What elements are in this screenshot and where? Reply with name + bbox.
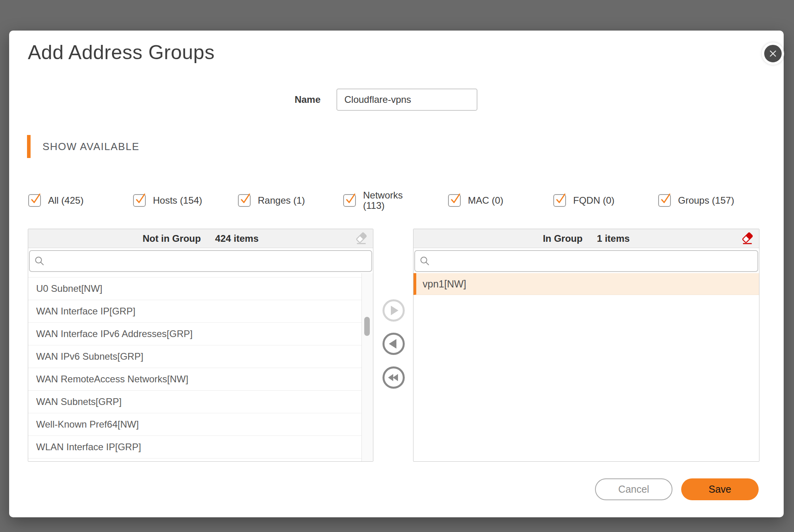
filter-label: Networks (113) — [363, 190, 411, 211]
in-group-search — [414, 250, 758, 272]
dialog-title: Add Address Groups — [28, 41, 214, 64]
search-input[interactable] — [414, 250, 758, 272]
list-item[interactable]: U0 Subnet[NW] — [28, 278, 362, 300]
name-label: Name — [247, 94, 321, 105]
filter-label: All (425) — [48, 195, 83, 206]
list-item[interactable]: WAN Interface IP[GRP] — [28, 300, 362, 323]
checkmark-icon — [133, 192, 147, 206]
name-field-row: Name — [247, 89, 477, 111]
selected-list-item[interactable]: vpn1[NW] — [413, 273, 759, 295]
checkbox[interactable] — [553, 194, 566, 207]
in-group-panel: In Group 1 items vpn1[ — [413, 229, 759, 462]
filter-checkbox-item[interactable]: FQDN (0) — [553, 187, 614, 214]
move-to-group-button[interactable] — [383, 299, 405, 322]
checkmark-icon — [344, 192, 357, 206]
remove-all-from-group-button[interactable] — [383, 366, 405, 389]
panel-title: In Group — [543, 233, 583, 244]
add-address-groups-dialog: Add Address Groups Name SHOW AVAILABLE A… — [9, 31, 784, 517]
scrollbar-track[interactable] — [361, 273, 373, 461]
filter-label: MAC (0) — [468, 195, 503, 206]
search-icon — [419, 255, 431, 267]
filter-label: FQDN (0) — [573, 195, 614, 206]
filter-label: Groups (157) — [678, 195, 734, 206]
checkbox[interactable] — [133, 194, 146, 207]
list-item[interactable]: WAN Subnets[GRP] — [28, 391, 362, 413]
remove-from-group-button[interactable] — [383, 333, 405, 355]
checkbox[interactable] — [343, 194, 356, 207]
double-arrow-left-icon — [388, 374, 398, 381]
list-item[interactable]: WAN IPv6 Subnets[GRP] — [28, 345, 362, 368]
filter-checkbox-item[interactable]: Hosts (154) — [133, 187, 202, 214]
list-item-partial — [28, 273, 362, 278]
list-item[interactable]: WAN RemoteAccess Networks[NW] — [28, 368, 362, 391]
cancel-button[interactable]: Cancel — [595, 478, 672, 500]
search-input[interactable] — [29, 250, 372, 272]
panel-item-count: 1 items — [597, 233, 630, 244]
checkbox[interactable] — [28, 194, 41, 207]
section-accent-bar — [27, 135, 31, 158]
filter-checkbox-item[interactable]: Groups (157) — [658, 187, 734, 214]
close-icon — [767, 48, 779, 60]
checkmark-icon — [29, 192, 42, 206]
checkmark-icon — [448, 192, 462, 206]
show-available-section-header: SHOW AVAILABLE — [27, 135, 139, 158]
not-in-group-list: U0 Subnet[NW]WAN Interface IP[GRP]WAN In… — [28, 273, 373, 461]
close-button[interactable] — [762, 42, 784, 65]
clear-selection-button[interactable] — [355, 231, 368, 245]
not-in-group-search — [29, 250, 372, 272]
save-button[interactable]: Save — [681, 478, 759, 500]
checkmark-icon — [238, 192, 252, 206]
in-group-header: In Group 1 items — [413, 229, 759, 248]
checkmark-icon — [554, 192, 567, 206]
section-title: SHOW AVAILABLE — [43, 141, 139, 153]
filter-checkbox-item[interactable]: MAC (0) — [448, 187, 503, 214]
filter-checkbox-item[interactable]: All (425) — [28, 187, 83, 214]
eraser-icon — [741, 231, 754, 245]
list-item[interactable]: Well-Known Pref64[NW] — [28, 413, 362, 436]
checkmark-icon — [659, 192, 672, 206]
not-in-group-panel: Not in Group 424 items — [28, 229, 373, 462]
filter-checkbox-item[interactable]: Ranges (1) — [238, 187, 305, 214]
list-item[interactable]: WLAN Interface IP[GRP] — [28, 436, 362, 459]
not-in-group-header: Not in Group 424 items — [28, 229, 373, 248]
filter-checkbox-row: All (425) Hosts (154) Ranges (1) Netwo — [9, 187, 784, 214]
checkbox[interactable] — [658, 194, 671, 207]
panel-item-count: 424 items — [215, 233, 259, 244]
scrollbar-thumb[interactable] — [364, 317, 370, 336]
filter-label: Hosts (154) — [153, 195, 202, 206]
filter-checkbox-item[interactable]: Networks (113) — [343, 187, 411, 214]
list-item[interactable]: WAN Interface IPv6 Addresses[GRP] — [28, 323, 362, 345]
filter-label: Ranges (1) — [258, 195, 305, 206]
eraser-icon — [355, 231, 368, 245]
arrow-right-icon — [391, 306, 398, 315]
in-group-list: vpn1[NW] — [413, 273, 759, 461]
clear-group-button[interactable] — [741, 231, 754, 245]
search-icon — [34, 255, 46, 267]
checkbox[interactable] — [448, 194, 461, 207]
panel-title: Not in Group — [143, 233, 201, 244]
arrow-left-icon — [389, 339, 396, 349]
name-input[interactable] — [336, 89, 477, 111]
checkbox[interactable] — [238, 194, 251, 207]
